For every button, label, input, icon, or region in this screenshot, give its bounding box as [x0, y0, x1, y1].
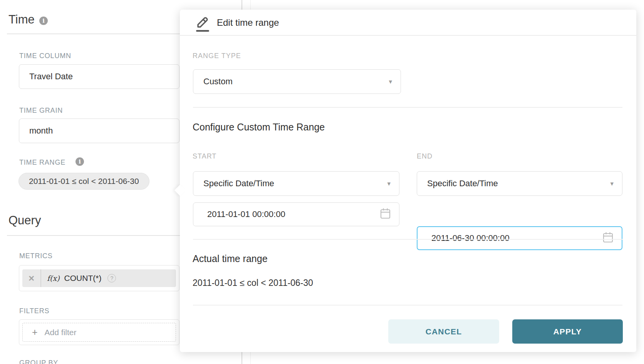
info-icon[interactable]: i — [39, 17, 48, 25]
end-label: END — [417, 152, 433, 160]
metric-name: COUNT(*) — [64, 274, 102, 283]
group-by-label: GROUP BY — [19, 359, 58, 364]
info-icon[interactable]: i — [75, 157, 84, 166]
calendar-icon — [380, 208, 391, 221]
end-datetime-value: 2011-06-30 00:00:00 — [418, 233, 510, 243]
start-type-value: Specific Date/Time — [193, 179, 274, 189]
remove-metric-icon[interactable]: × — [22, 269, 40, 287]
time-grain-value: month — [19, 126, 53, 136]
configure-heading: Configure Custom Time Range — [193, 122, 325, 133]
time-range-pill[interactable]: 2011-01-01 ≤ col < 2011-06-30 — [18, 173, 149, 190]
edit-pencil-icon — [195, 14, 209, 33]
chevron-down-icon: ▾ — [389, 78, 392, 85]
function-icon: f(x) — [47, 274, 60, 282]
time-range-label: TIME RANGE — [19, 159, 65, 167]
footer-divider — [193, 305, 622, 306]
time-section-title: Time — [8, 13, 35, 27]
time-column-label: TIME COLUMN — [19, 52, 71, 60]
time-section-divider — [7, 33, 180, 34]
filters-label: FILTERS — [19, 307, 49, 315]
query-section-title: Query — [8, 214, 41, 227]
time-grain-label: TIME GRAIN — [19, 107, 63, 115]
plus-icon: + — [32, 327, 38, 338]
range-type-label: RANGE TYPE — [193, 52, 241, 60]
start-type-select[interactable]: Specific Date/Time ▾ — [193, 171, 399, 196]
time-grain-select[interactable]: month — [19, 119, 179, 143]
chevron-down-icon: ▾ — [610, 180, 614, 187]
metrics-label: METRICS — [19, 252, 53, 260]
range-type-select[interactable]: Custom ▾ — [193, 69, 401, 94]
edit-time-range-popover: Edit time range RANGE TYPE Custom ▾ Conf… — [180, 10, 636, 352]
calendar-icon — [603, 232, 613, 245]
actual-time-range-value: 2011-01-01 ≤ col < 2011-06-30 — [193, 278, 313, 288]
metric-chip[interactable]: × f(x) COUNT(*) ? — [22, 269, 176, 287]
end-type-value: Specific Date/Time — [417, 179, 498, 189]
actual-time-range-heading: Actual time range — [193, 253, 268, 264]
range-type-value: Custom — [193, 77, 233, 87]
cancel-button[interactable]: CANCEL — [388, 319, 499, 344]
apply-button[interactable]: APPLY — [512, 319, 623, 344]
info-icon-glyph: i — [79, 159, 81, 165]
metrics-container: × f(x) COUNT(*) ? — [19, 265, 179, 291]
start-datetime-value: 2011-01-01 00:00:00 — [193, 209, 285, 219]
help-icon[interactable]: ? — [107, 274, 116, 282]
time-column-select[interactable]: Travel Date — [19, 64, 179, 89]
info-icon-glyph: i — [42, 18, 45, 24]
superset-explore-screen: Time i TIME COLUMN Travel Date TIME GRAI… — [0, 0, 644, 364]
add-filter-button[interactable]: + Add filter — [22, 323, 176, 342]
add-filter-label: Add filter — [45, 328, 77, 337]
start-datetime-input[interactable]: 2011-01-01 00:00:00 — [193, 202, 399, 226]
help-icon-glyph: ? — [111, 275, 114, 281]
time-column-value: Travel Date — [19, 72, 73, 82]
chevron-down-icon: ▾ — [387, 180, 391, 187]
header-divider — [180, 35, 636, 36]
section-divider — [193, 239, 622, 240]
end-type-select[interactable]: Specific Date/Time ▾ — [417, 171, 622, 196]
chip-separator — [40, 269, 41, 287]
popover-arrow — [174, 185, 186, 196]
query-section-divider — [7, 235, 180, 236]
section-divider — [193, 107, 622, 108]
time-range-pill-text: 2011-01-01 ≤ col < 2011-06-30 — [29, 177, 139, 186]
start-label: START — [193, 152, 216, 160]
filters-container: + Add filter — [19, 319, 179, 345]
popover-title: Edit time range — [217, 17, 279, 28]
end-datetime-input[interactable]: 2011-06-30 00:00:00 — [417, 226, 622, 250]
